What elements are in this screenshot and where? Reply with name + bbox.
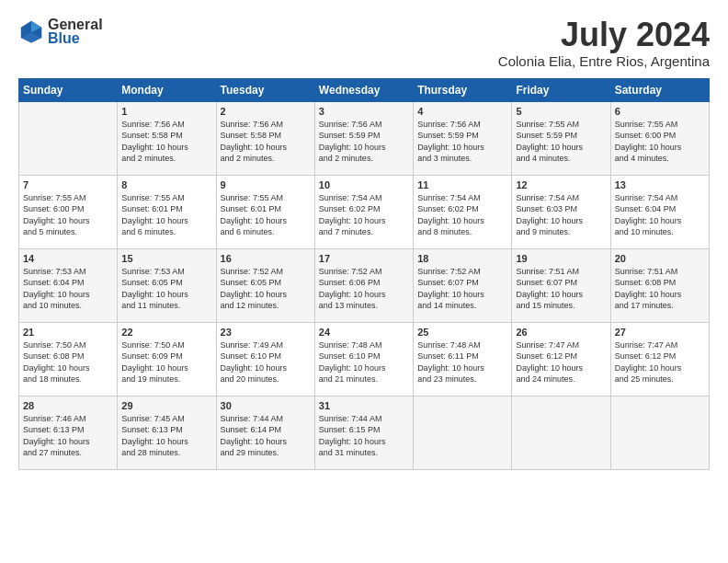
day-number: 27	[615, 327, 705, 338]
weekday-header-monday: Monday	[118, 78, 216, 101]
day-info: Sunrise: 7:50 AMSunset: 6:08 PMDaylight:…	[23, 339, 113, 385]
day-number: 31	[319, 400, 409, 411]
day-number: 22	[121, 327, 211, 338]
day-number: 12	[516, 179, 606, 190]
day-number: 8	[121, 179, 211, 190]
day-cell: 13Sunrise: 7:54 AMSunset: 6:04 PMDayligh…	[610, 175, 709, 248]
day-number: 23	[221, 327, 311, 338]
day-number: 25	[417, 327, 507, 338]
day-info: Sunrise: 7:54 AMSunset: 6:02 PMDaylight:…	[417, 192, 507, 238]
day-cell: 1Sunrise: 7:56 AMSunset: 5:58 PMDaylight…	[118, 101, 216, 175]
day-cell: 24Sunrise: 7:48 AMSunset: 6:10 PMDayligh…	[314, 322, 413, 396]
day-info: Sunrise: 7:55 AMSunset: 5:59 PMDaylight:…	[516, 119, 606, 165]
day-info: Sunrise: 7:52 AMSunset: 6:05 PMDaylight:…	[221, 266, 311, 312]
logo-icon	[18, 18, 44, 44]
header: General Blue July 2024 Colonia Elia, Ent…	[18, 17, 710, 69]
week-row-3: 14Sunrise: 7:53 AMSunset: 6:04 PMDayligh…	[19, 248, 710, 322]
day-number: 6	[615, 106, 705, 117]
weekday-header-wednesday: Wednesday	[314, 78, 413, 101]
day-cell: 29Sunrise: 7:45 AMSunset: 6:13 PMDayligh…	[118, 396, 216, 469]
day-number: 28	[23, 400, 113, 411]
weekday-header-sunday: Sunday	[19, 78, 118, 101]
day-cell: 31Sunrise: 7:44 AMSunset: 6:15 PMDayligh…	[314, 396, 413, 469]
day-cell: 8Sunrise: 7:55 AMSunset: 6:01 PMDaylight…	[118, 175, 216, 248]
day-cell: 21Sunrise: 7:50 AMSunset: 6:08 PMDayligh…	[19, 322, 118, 396]
day-number: 17	[319, 253, 409, 264]
day-cell: 9Sunrise: 7:55 AMSunset: 6:01 PMDaylight…	[216, 175, 314, 248]
day-cell	[19, 101, 118, 175]
day-number: 10	[319, 179, 409, 190]
day-cell: 15Sunrise: 7:53 AMSunset: 6:05 PMDayligh…	[118, 248, 216, 322]
day-cell: 4Sunrise: 7:56 AMSunset: 5:59 PMDaylight…	[414, 101, 512, 175]
day-info: Sunrise: 7:49 AMSunset: 6:10 PMDaylight:…	[221, 339, 311, 385]
day-info: Sunrise: 7:51 AMSunset: 6:08 PMDaylight:…	[615, 266, 705, 312]
day-info: Sunrise: 7:55 AMSunset: 6:01 PMDaylight:…	[221, 192, 311, 238]
day-info: Sunrise: 7:53 AMSunset: 6:05 PMDaylight:…	[121, 266, 211, 312]
day-cell: 20Sunrise: 7:51 AMSunset: 6:08 PMDayligh…	[610, 248, 709, 322]
day-info: Sunrise: 7:56 AMSunset: 5:58 PMDaylight:…	[221, 119, 311, 165]
logo: General Blue	[18, 17, 103, 46]
day-info: Sunrise: 7:48 AMSunset: 6:11 PMDaylight:…	[417, 339, 507, 385]
day-number: 5	[516, 106, 606, 117]
day-info: Sunrise: 7:56 AMSunset: 5:59 PMDaylight:…	[319, 119, 409, 165]
day-number: 15	[121, 253, 211, 264]
day-number: 20	[615, 253, 705, 264]
day-number: 3	[319, 106, 409, 117]
day-info: Sunrise: 7:52 AMSunset: 6:06 PMDaylight:…	[319, 266, 409, 312]
day-number: 9	[221, 179, 311, 190]
day-cell: 14Sunrise: 7:53 AMSunset: 6:04 PMDayligh…	[19, 248, 118, 322]
day-cell: 22Sunrise: 7:50 AMSunset: 6:09 PMDayligh…	[118, 322, 216, 396]
day-cell: 16Sunrise: 7:52 AMSunset: 6:05 PMDayligh…	[216, 248, 314, 322]
day-number: 4	[417, 106, 507, 117]
week-row-1: 1Sunrise: 7:56 AMSunset: 5:58 PMDaylight…	[19, 101, 710, 175]
day-info: Sunrise: 7:55 AMSunset: 6:01 PMDaylight:…	[121, 192, 211, 238]
day-cell: 30Sunrise: 7:44 AMSunset: 6:14 PMDayligh…	[216, 396, 314, 469]
day-number: 7	[23, 179, 113, 190]
day-number: 16	[221, 253, 311, 264]
day-info: Sunrise: 7:54 AMSunset: 6:03 PMDaylight:…	[516, 192, 606, 238]
day-cell	[414, 396, 512, 469]
day-cell	[610, 396, 709, 469]
day-number: 19	[516, 253, 606, 264]
month-title: July 2024	[498, 17, 710, 53]
day-info: Sunrise: 7:50 AMSunset: 6:09 PMDaylight:…	[121, 339, 211, 385]
day-info: Sunrise: 7:54 AMSunset: 6:04 PMDaylight:…	[615, 192, 705, 238]
day-info: Sunrise: 7:55 AMSunset: 6:00 PMDaylight:…	[23, 192, 113, 238]
day-number: 29	[121, 400, 211, 411]
day-cell: 5Sunrise: 7:55 AMSunset: 5:59 PMDaylight…	[512, 101, 610, 175]
day-cell: 27Sunrise: 7:47 AMSunset: 6:12 PMDayligh…	[610, 322, 709, 396]
week-row-2: 7Sunrise: 7:55 AMSunset: 6:00 PMDaylight…	[19, 175, 710, 248]
day-info: Sunrise: 7:56 AMSunset: 5:59 PMDaylight:…	[417, 119, 507, 165]
day-cell: 12Sunrise: 7:54 AMSunset: 6:03 PMDayligh…	[512, 175, 610, 248]
day-number: 18	[417, 253, 507, 264]
week-row-5: 28Sunrise: 7:46 AMSunset: 6:13 PMDayligh…	[19, 396, 710, 469]
day-number: 30	[221, 400, 311, 411]
day-info: Sunrise: 7:56 AMSunset: 5:58 PMDaylight:…	[121, 119, 211, 165]
day-number: 13	[615, 179, 705, 190]
day-cell: 26Sunrise: 7:47 AMSunset: 6:12 PMDayligh…	[512, 322, 610, 396]
day-info: Sunrise: 7:46 AMSunset: 6:13 PMDaylight:…	[23, 413, 113, 459]
day-number: 21	[23, 327, 113, 338]
location-subtitle: Colonia Elia, Entre Rios, Argentina	[498, 53, 710, 69]
day-cell: 23Sunrise: 7:49 AMSunset: 6:10 PMDayligh…	[216, 322, 314, 396]
week-row-4: 21Sunrise: 7:50 AMSunset: 6:08 PMDayligh…	[19, 322, 710, 396]
day-info: Sunrise: 7:48 AMSunset: 6:10 PMDaylight:…	[319, 339, 409, 385]
day-info: Sunrise: 7:51 AMSunset: 6:07 PMDaylight:…	[516, 266, 606, 312]
day-cell: 3Sunrise: 7:56 AMSunset: 5:59 PMDaylight…	[314, 101, 413, 175]
calendar-table: SundayMondayTuesdayWednesdayThursdayFrid…	[18, 78, 710, 470]
day-cell: 17Sunrise: 7:52 AMSunset: 6:06 PMDayligh…	[314, 248, 413, 322]
title-area: July 2024 Colonia Elia, Entre Rios, Arge…	[498, 17, 710, 69]
day-cell: 7Sunrise: 7:55 AMSunset: 6:00 PMDaylight…	[19, 175, 118, 248]
day-number: 26	[516, 327, 606, 338]
day-number: 1	[121, 106, 211, 117]
day-cell: 2Sunrise: 7:56 AMSunset: 5:58 PMDaylight…	[216, 101, 314, 175]
day-info: Sunrise: 7:44 AMSunset: 6:15 PMDaylight:…	[319, 413, 409, 459]
day-info: Sunrise: 7:55 AMSunset: 6:00 PMDaylight:…	[615, 119, 705, 165]
day-number: 24	[319, 327, 409, 338]
day-number: 11	[417, 179, 507, 190]
weekday-header-saturday: Saturday	[610, 78, 709, 101]
day-cell: 19Sunrise: 7:51 AMSunset: 6:07 PMDayligh…	[512, 248, 610, 322]
day-info: Sunrise: 7:47 AMSunset: 6:12 PMDaylight:…	[516, 339, 606, 385]
day-number: 14	[23, 253, 113, 264]
day-info: Sunrise: 7:44 AMSunset: 6:14 PMDaylight:…	[221, 413, 311, 459]
